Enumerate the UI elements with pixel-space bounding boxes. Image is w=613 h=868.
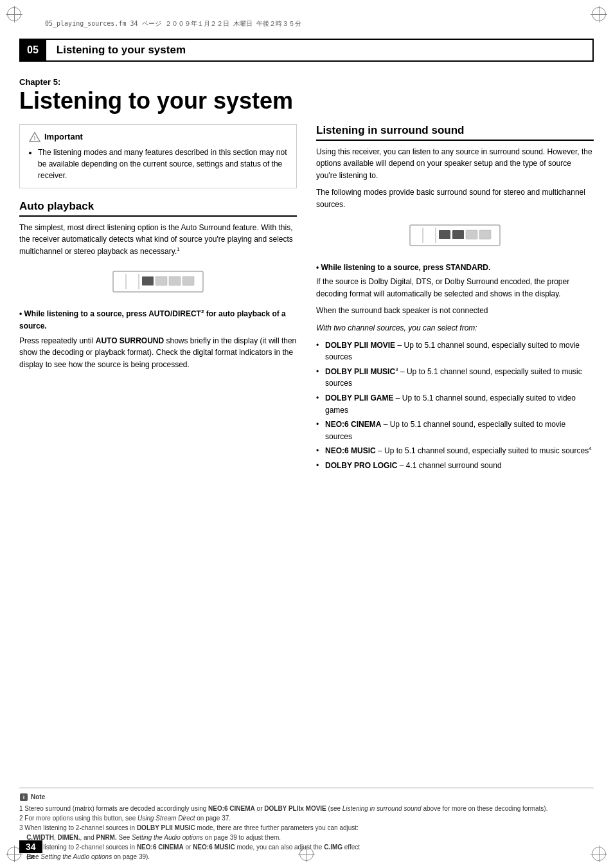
left-column: ! Important The listening modes and many… bbox=[19, 124, 297, 475]
svg-rect-11 bbox=[452, 230, 464, 239]
auto-playback-section: Auto playback The simplest, most direct … bbox=[19, 200, 297, 371]
chapter-title: Listening to your system bbox=[19, 88, 594, 114]
surround-item-2: DOLBY PLII MUSIC3 – Up to 5.1 channel so… bbox=[316, 366, 594, 390]
svg-rect-3 bbox=[142, 276, 154, 285]
warning-icon: ! bbox=[29, 131, 40, 143]
surround-item-4: NEO:6 CINEMA – Up to 5.1 channel sound, … bbox=[316, 419, 594, 442]
surround-item-5: NEO:6 MUSIC – Up to 5.1 channel sound, e… bbox=[316, 445, 594, 457]
surround-heading: Listening in surround sound bbox=[316, 124, 594, 141]
header-title: Listening to your system bbox=[46, 39, 594, 62]
note-item-3: 3 When listening to 2-channel sources in… bbox=[19, 823, 594, 842]
surround-modes-list: DOLBY PLII MOVIE – Up to 5.1 channel sou… bbox=[316, 339, 594, 472]
auto-playback-body2: Press repeatedly until AUTO SURROUND sho… bbox=[19, 335, 297, 371]
svg-rect-10 bbox=[439, 230, 450, 239]
note-item-1: 1 Stereo surround (matrix) formats are d… bbox=[19, 804, 594, 813]
surround-body2: When the surround back speaker is not co… bbox=[316, 305, 594, 317]
important-item: The listening modes and many features de… bbox=[38, 147, 287, 181]
surround-instruction-heading: • While listening to a source, press STA… bbox=[316, 262, 594, 274]
important-list: The listening modes and many features de… bbox=[29, 147, 287, 181]
svg-rect-13 bbox=[479, 230, 491, 239]
en-label: En bbox=[19, 853, 42, 860]
auto-playback-instruction: • While listening to a source, press AUT… bbox=[19, 308, 297, 332]
svg-text:i: i bbox=[23, 794, 25, 800]
note-item-2: 2 For more options using this button, se… bbox=[19, 813, 594, 823]
chapter-label: Chapter 5: bbox=[19, 77, 594, 87]
surround-intro2: The following modes provide basic surrou… bbox=[316, 186, 594, 210]
surround-item-6: DOLBY PRO LOGIC – 4.1 channel surround s… bbox=[316, 460, 594, 472]
chapter-number: 05 bbox=[19, 39, 46, 62]
surround-intro1: Using this receiver, you can listen to a… bbox=[316, 146, 594, 182]
svg-rect-6 bbox=[182, 276, 194, 285]
surround-item-3: DOLBY PLII GAME – Up to 5.1 channel soun… bbox=[316, 392, 594, 416]
display-diagram-right bbox=[316, 220, 594, 253]
two-column-layout: ! Important The listening modes and many… bbox=[19, 124, 594, 475]
corner-mark-tl bbox=[5, 5, 23, 23]
right-column: Listening in surround sound Using this r… bbox=[316, 124, 594, 475]
auto-playback-heading: Auto playback bbox=[19, 200, 297, 217]
auto-playback-intro: The simplest, most direct listening opti… bbox=[19, 222, 297, 258]
main-content: Chapter 5: Listening to your system ! Im… bbox=[19, 71, 594, 829]
header-bar: 05 Listening to your system bbox=[19, 39, 594, 62]
page-number: 34 bbox=[19, 840, 42, 853]
bottom-reg-mark bbox=[298, 845, 315, 863]
note-title: i Note bbox=[19, 792, 594, 802]
note-icon: i bbox=[19, 793, 28, 802]
meta-line: 05_playing_sources.fm 34 ページ ２００９年１月２２日 … bbox=[45, 19, 301, 28]
surround-body3: With two channel sources, you can select… bbox=[316, 322, 594, 334]
display-diagram-left bbox=[19, 266, 297, 299]
svg-text:!: ! bbox=[34, 135, 36, 141]
page-number-box: 34 En bbox=[19, 840, 42, 860]
svg-rect-12 bbox=[466, 230, 477, 239]
surround-item-1: DOLBY PLII MOVIE – Up to 5.1 channel sou… bbox=[316, 339, 594, 363]
corner-mark-tr bbox=[590, 5, 608, 23]
svg-rect-5 bbox=[169, 276, 181, 285]
surround-body1: If the source is Dolby Digital, DTS, or … bbox=[316, 276, 594, 300]
svg-rect-4 bbox=[155, 276, 167, 285]
important-title: ! Important bbox=[29, 131, 287, 143]
important-box: ! Important The listening modes and many… bbox=[19, 124, 297, 188]
